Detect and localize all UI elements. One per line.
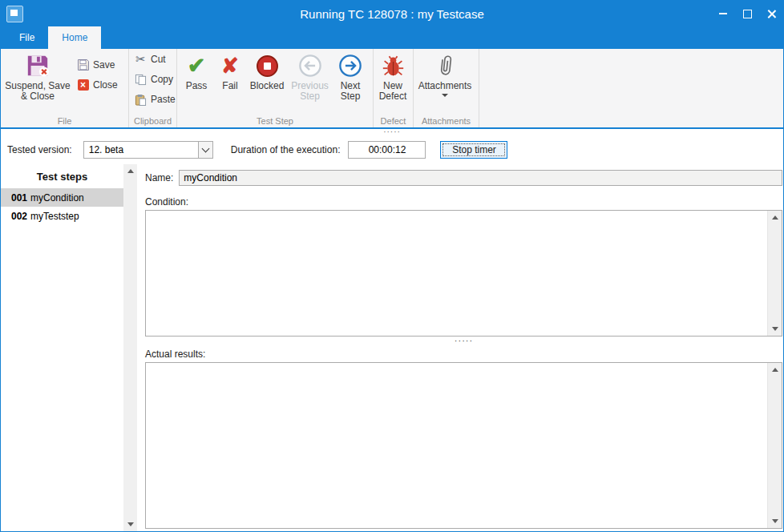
window-controls [711, 1, 783, 26]
condition-label: Condition: [145, 196, 782, 208]
tested-version-value: 12. beta [84, 144, 198, 155]
tested-version-select[interactable]: 12. beta [83, 141, 213, 159]
fail-x-icon: ✘ [217, 53, 243, 79]
test-step-item[interactable]: 002 myTeststep [1, 207, 123, 225]
maximize-icon [743, 10, 752, 18]
steps-scrollbar[interactable] [123, 164, 137, 531]
step-name: myTeststep [30, 211, 79, 222]
scissors-icon: ✂ [134, 53, 148, 66]
ribbon-group-file: Suspend, Save & Close Save Close [1, 49, 129, 127]
ribbon-tab-row: File Home [1, 26, 783, 49]
duration-input[interactable] [348, 141, 426, 159]
button-label: Next Step [333, 81, 367, 102]
previous-step-button[interactable]: Previous Step [288, 50, 332, 112]
button-label: Pass [186, 81, 208, 91]
scroll-up-icon[interactable] [123, 164, 137, 178]
scrollbar-track[interactable] [768, 377, 782, 514]
ribbon-group-test-step: ✔ Pass ✘ Fail Blocked Previous Step [177, 49, 374, 127]
blocked-button[interactable]: Blocked [246, 50, 288, 112]
tested-version-label: Tested version: [7, 144, 72, 155]
pane-splitter-grip[interactable]: ····· [145, 337, 782, 347]
next-step-button[interactable]: Next Step [332, 50, 369, 112]
actual-results-textarea[interactable] [145, 362, 782, 529]
ribbon-group-label: Test Step [177, 116, 373, 126]
test-steps-list: Test steps 001 myCondition 002 myTestste… [1, 164, 123, 531]
paste-icon [134, 93, 148, 107]
stop-timer-button[interactable]: Stop timer [440, 141, 507, 159]
ribbon-group-defect: New Defect Defect [374, 49, 414, 127]
ribbon-group-label: Clipboard [129, 116, 176, 126]
scrollbar-track[interactable] [123, 178, 137, 518]
dropdown-arrow-icon [442, 94, 448, 97]
ribbon-group-clipboard: ✂ Cut Copy [129, 49, 177, 127]
scroll-down-icon[interactable] [123, 518, 137, 531]
ribbon-group-label: Defect [374, 116, 413, 126]
step-number: 001 [11, 192, 27, 204]
pass-check-icon: ✔ [184, 53, 209, 79]
close-icon [766, 9, 777, 19]
titlebar[interactable]: Running TC 128078 : my Testcase [1, 1, 783, 26]
button-label: Previous Step [289, 81, 330, 102]
save-icon [76, 58, 90, 72]
close-button[interactable] [759, 1, 783, 26]
window-title: Running TC 128078 : my Testcase [1, 7, 783, 21]
button-label: Copy [151, 74, 173, 85]
button-label: Blocked [250, 81, 285, 91]
button-label: Attachments [418, 81, 472, 91]
tab-home[interactable]: Home [48, 26, 101, 49]
copy-icon [134, 73, 148, 87]
blocked-stop-icon [254, 53, 280, 79]
scroll-down-icon[interactable] [768, 514, 782, 528]
ribbon-group-label: Attachments [414, 116, 479, 126]
copy-button[interactable]: Copy [131, 71, 176, 88]
actual-results-scrollbar[interactable] [767, 363, 782, 528]
tab-file[interactable]: File [6, 26, 48, 49]
button-label: Close [93, 79, 118, 91]
maximize-button[interactable] [735, 1, 759, 26]
content-area: Test steps 001 myCondition 002 myTestste… [1, 164, 783, 531]
chevron-down-icon [201, 145, 209, 153]
suspend-save-close-button[interactable]: Suspend, Save & Close [2, 50, 73, 112]
ribbon: Suspend, Save & Close Save Close [1, 49, 783, 129]
new-defect-button[interactable]: New Defect [375, 50, 410, 112]
button-label: New Defect [377, 81, 409, 102]
test-step-item[interactable]: 001 myCondition [1, 188, 123, 207]
paste-button[interactable]: Paste [131, 91, 179, 108]
close-red-icon [76, 79, 90, 92]
duration-label: Duration of the execution: [231, 144, 341, 155]
scroll-down-icon[interactable] [768, 322, 782, 336]
test-steps-panel: Test steps 001 myCondition 002 myTestste… [1, 164, 137, 531]
fail-button[interactable]: ✘ Fail [214, 50, 246, 112]
app-window: Running TC 128078 : my Testcase File Hom… [0, 0, 784, 532]
combo-dropdown-button[interactable] [198, 142, 212, 158]
ribbon-group-attachments: Attachments Attachments [414, 49, 479, 127]
file-small-buttons: Save Close [73, 50, 121, 96]
minimize-button[interactable] [711, 1, 735, 26]
attachments-button[interactable]: Attachments [415, 50, 475, 112]
button-label: Suspend, Save & Close [4, 81, 71, 102]
ribbon-close-button[interactable]: Close [73, 76, 121, 94]
scrollbar-track[interactable] [768, 224, 782, 322]
button-label: Paste [151, 94, 176, 105]
condition-scrollbar[interactable] [767, 211, 782, 336]
condition-textarea[interactable] [145, 210, 782, 337]
app-icon[interactable] [6, 6, 23, 22]
pass-button[interactable]: ✔ Pass [179, 50, 214, 112]
step-number: 002 [11, 211, 27, 222]
save-button[interactable]: Save [73, 56, 121, 74]
button-label: Fail [222, 81, 237, 91]
name-input[interactable] [179, 170, 782, 186]
ribbon-splitter-grip[interactable]: ····· [1, 128, 783, 135]
button-label: Cut [151, 54, 166, 65]
next-step-icon [337, 53, 363, 79]
paperclip-icon [432, 53, 458, 79]
previous-step-icon [297, 53, 323, 79]
scroll-up-icon[interactable] [768, 211, 782, 224]
cut-button[interactable]: ✂ Cut [131, 50, 169, 68]
bug-icon [380, 53, 406, 79]
test-steps-header: Test steps [1, 164, 123, 188]
actual-results-label: Actual results: [145, 349, 782, 360]
ribbon-group-label: File [1, 116, 128, 126]
scroll-up-icon[interactable] [768, 363, 782, 377]
button-label: Save [93, 59, 115, 71]
